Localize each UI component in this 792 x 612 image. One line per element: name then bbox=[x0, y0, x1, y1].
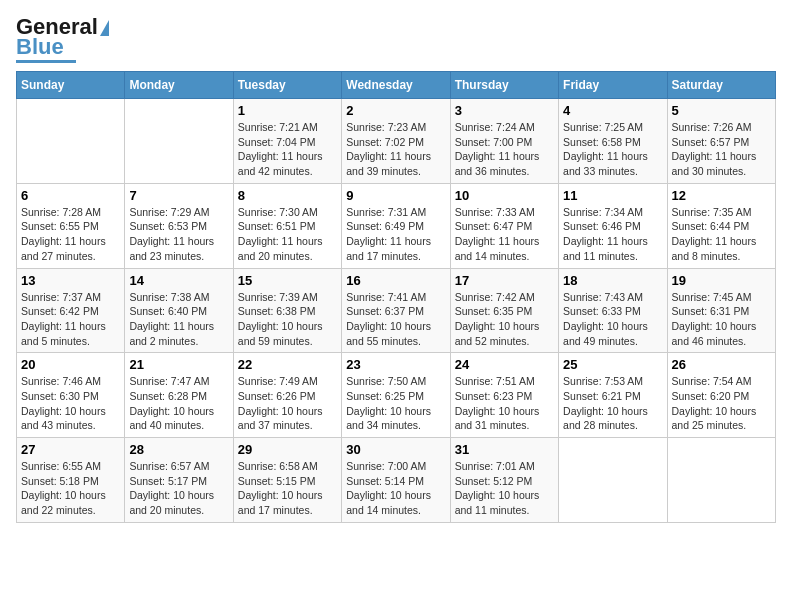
calendar-cell: 10Sunrise: 7:33 AM Sunset: 6:47 PM Dayli… bbox=[450, 183, 558, 268]
day-info: Sunrise: 7:31 AM Sunset: 6:49 PM Dayligh… bbox=[346, 205, 445, 264]
weekday-header-friday: Friday bbox=[559, 72, 667, 99]
calendar-cell: 31Sunrise: 7:01 AM Sunset: 5:12 PM Dayli… bbox=[450, 438, 558, 523]
calendar-cell: 29Sunrise: 6:58 AM Sunset: 5:15 PM Dayli… bbox=[233, 438, 341, 523]
calendar-cell: 15Sunrise: 7:39 AM Sunset: 6:38 PM Dayli… bbox=[233, 268, 341, 353]
calendar-cell bbox=[559, 438, 667, 523]
day-info: Sunrise: 6:55 AM Sunset: 5:18 PM Dayligh… bbox=[21, 459, 120, 518]
calendar-cell: 11Sunrise: 7:34 AM Sunset: 6:46 PM Dayli… bbox=[559, 183, 667, 268]
weekday-header-saturday: Saturday bbox=[667, 72, 775, 99]
day-number: 26 bbox=[672, 357, 771, 372]
calendar-week-2: 6Sunrise: 7:28 AM Sunset: 6:55 PM Daylig… bbox=[17, 183, 776, 268]
calendar-week-1: 1Sunrise: 7:21 AM Sunset: 7:04 PM Daylig… bbox=[17, 99, 776, 184]
calendar-week-4: 20Sunrise: 7:46 AM Sunset: 6:30 PM Dayli… bbox=[17, 353, 776, 438]
calendar-cell: 9Sunrise: 7:31 AM Sunset: 6:49 PM Daylig… bbox=[342, 183, 450, 268]
calendar-cell: 22Sunrise: 7:49 AM Sunset: 6:26 PM Dayli… bbox=[233, 353, 341, 438]
day-number: 20 bbox=[21, 357, 120, 372]
day-number: 7 bbox=[129, 188, 228, 203]
calendar-cell: 24Sunrise: 7:51 AM Sunset: 6:23 PM Dayli… bbox=[450, 353, 558, 438]
calendar-cell: 18Sunrise: 7:43 AM Sunset: 6:33 PM Dayli… bbox=[559, 268, 667, 353]
day-number: 30 bbox=[346, 442, 445, 457]
weekday-header-tuesday: Tuesday bbox=[233, 72, 341, 99]
calendar-table: SundayMondayTuesdayWednesdayThursdayFrid… bbox=[16, 71, 776, 523]
day-number: 10 bbox=[455, 188, 554, 203]
day-number: 15 bbox=[238, 273, 337, 288]
day-number: 8 bbox=[238, 188, 337, 203]
logo: General Blue bbox=[16, 16, 109, 63]
calendar-cell: 13Sunrise: 7:37 AM Sunset: 6:42 PM Dayli… bbox=[17, 268, 125, 353]
day-info: Sunrise: 7:21 AM Sunset: 7:04 PM Dayligh… bbox=[238, 120, 337, 179]
calendar-cell: 20Sunrise: 7:46 AM Sunset: 6:30 PM Dayli… bbox=[17, 353, 125, 438]
day-info: Sunrise: 7:26 AM Sunset: 6:57 PM Dayligh… bbox=[672, 120, 771, 179]
day-info: Sunrise: 7:39 AM Sunset: 6:38 PM Dayligh… bbox=[238, 290, 337, 349]
day-number: 16 bbox=[346, 273, 445, 288]
calendar-cell: 6Sunrise: 7:28 AM Sunset: 6:55 PM Daylig… bbox=[17, 183, 125, 268]
day-number: 2 bbox=[346, 103, 445, 118]
day-info: Sunrise: 6:58 AM Sunset: 5:15 PM Dayligh… bbox=[238, 459, 337, 518]
day-info: Sunrise: 7:24 AM Sunset: 7:00 PM Dayligh… bbox=[455, 120, 554, 179]
calendar-cell: 28Sunrise: 6:57 AM Sunset: 5:17 PM Dayli… bbox=[125, 438, 233, 523]
calendar-week-3: 13Sunrise: 7:37 AM Sunset: 6:42 PM Dayli… bbox=[17, 268, 776, 353]
day-info: Sunrise: 7:46 AM Sunset: 6:30 PM Dayligh… bbox=[21, 374, 120, 433]
page-header: General Blue bbox=[16, 16, 776, 63]
day-number: 12 bbox=[672, 188, 771, 203]
day-info: Sunrise: 7:34 AM Sunset: 6:46 PM Dayligh… bbox=[563, 205, 662, 264]
day-number: 22 bbox=[238, 357, 337, 372]
calendar-cell: 7Sunrise: 7:29 AM Sunset: 6:53 PM Daylig… bbox=[125, 183, 233, 268]
day-info: Sunrise: 7:38 AM Sunset: 6:40 PM Dayligh… bbox=[129, 290, 228, 349]
day-number: 23 bbox=[346, 357, 445, 372]
calendar-cell: 27Sunrise: 6:55 AM Sunset: 5:18 PM Dayli… bbox=[17, 438, 125, 523]
day-info: Sunrise: 7:41 AM Sunset: 6:37 PM Dayligh… bbox=[346, 290, 445, 349]
weekday-header-sunday: Sunday bbox=[17, 72, 125, 99]
day-number: 13 bbox=[21, 273, 120, 288]
day-number: 24 bbox=[455, 357, 554, 372]
calendar-cell: 1Sunrise: 7:21 AM Sunset: 7:04 PM Daylig… bbox=[233, 99, 341, 184]
weekday-header-thursday: Thursday bbox=[450, 72, 558, 99]
day-number: 18 bbox=[563, 273, 662, 288]
day-info: Sunrise: 7:01 AM Sunset: 5:12 PM Dayligh… bbox=[455, 459, 554, 518]
day-number: 25 bbox=[563, 357, 662, 372]
day-info: Sunrise: 7:51 AM Sunset: 6:23 PM Dayligh… bbox=[455, 374, 554, 433]
calendar-cell: 21Sunrise: 7:47 AM Sunset: 6:28 PM Dayli… bbox=[125, 353, 233, 438]
day-info: Sunrise: 7:53 AM Sunset: 6:21 PM Dayligh… bbox=[563, 374, 662, 433]
day-number: 29 bbox=[238, 442, 337, 457]
day-info: Sunrise: 7:30 AM Sunset: 6:51 PM Dayligh… bbox=[238, 205, 337, 264]
day-number: 9 bbox=[346, 188, 445, 203]
day-number: 4 bbox=[563, 103, 662, 118]
calendar-cell: 14Sunrise: 7:38 AM Sunset: 6:40 PM Dayli… bbox=[125, 268, 233, 353]
day-info: Sunrise: 7:45 AM Sunset: 6:31 PM Dayligh… bbox=[672, 290, 771, 349]
day-number: 14 bbox=[129, 273, 228, 288]
day-info: Sunrise: 7:42 AM Sunset: 6:35 PM Dayligh… bbox=[455, 290, 554, 349]
logo-underline bbox=[16, 60, 76, 63]
day-number: 1 bbox=[238, 103, 337, 118]
day-info: Sunrise: 7:47 AM Sunset: 6:28 PM Dayligh… bbox=[129, 374, 228, 433]
day-info: Sunrise: 7:33 AM Sunset: 6:47 PM Dayligh… bbox=[455, 205, 554, 264]
day-number: 28 bbox=[129, 442, 228, 457]
weekday-header-monday: Monday bbox=[125, 72, 233, 99]
calendar-cell: 23Sunrise: 7:50 AM Sunset: 6:25 PM Dayli… bbox=[342, 353, 450, 438]
calendar-cell: 26Sunrise: 7:54 AM Sunset: 6:20 PM Dayli… bbox=[667, 353, 775, 438]
day-info: Sunrise: 7:29 AM Sunset: 6:53 PM Dayligh… bbox=[129, 205, 228, 264]
day-number: 19 bbox=[672, 273, 771, 288]
logo-blue: Blue bbox=[16, 36, 64, 58]
day-info: Sunrise: 7:00 AM Sunset: 5:14 PM Dayligh… bbox=[346, 459, 445, 518]
calendar-cell: 3Sunrise: 7:24 AM Sunset: 7:00 PM Daylig… bbox=[450, 99, 558, 184]
weekday-header-wednesday: Wednesday bbox=[342, 72, 450, 99]
day-info: Sunrise: 7:54 AM Sunset: 6:20 PM Dayligh… bbox=[672, 374, 771, 433]
day-number: 17 bbox=[455, 273, 554, 288]
calendar-cell: 25Sunrise: 7:53 AM Sunset: 6:21 PM Dayli… bbox=[559, 353, 667, 438]
day-number: 31 bbox=[455, 442, 554, 457]
calendar-body: 1Sunrise: 7:21 AM Sunset: 7:04 PM Daylig… bbox=[17, 99, 776, 523]
calendar-cell: 5Sunrise: 7:26 AM Sunset: 6:57 PM Daylig… bbox=[667, 99, 775, 184]
calendar-cell bbox=[667, 438, 775, 523]
day-number: 21 bbox=[129, 357, 228, 372]
calendar-cell: 12Sunrise: 7:35 AM Sunset: 6:44 PM Dayli… bbox=[667, 183, 775, 268]
calendar-week-5: 27Sunrise: 6:55 AM Sunset: 5:18 PM Dayli… bbox=[17, 438, 776, 523]
day-number: 5 bbox=[672, 103, 771, 118]
day-number: 27 bbox=[21, 442, 120, 457]
day-info: Sunrise: 7:50 AM Sunset: 6:25 PM Dayligh… bbox=[346, 374, 445, 433]
calendar-cell: 30Sunrise: 7:00 AM Sunset: 5:14 PM Dayli… bbox=[342, 438, 450, 523]
day-info: Sunrise: 7:28 AM Sunset: 6:55 PM Dayligh… bbox=[21, 205, 120, 264]
calendar-cell bbox=[125, 99, 233, 184]
day-number: 6 bbox=[21, 188, 120, 203]
day-info: Sunrise: 7:25 AM Sunset: 6:58 PM Dayligh… bbox=[563, 120, 662, 179]
